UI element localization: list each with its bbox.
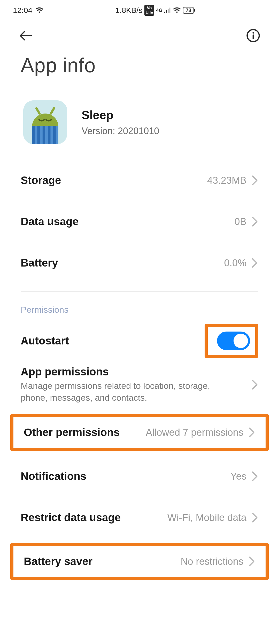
row-battery-saver-value: No restrictions xyxy=(181,556,243,567)
row-restrict-data-value: Wi-Fi, Mobile data xyxy=(167,512,246,523)
status-time: 12:04 xyxy=(13,6,32,15)
chevron-right-icon xyxy=(251,258,258,268)
row-app-permissions-sub: Manage permissions related to location, … xyxy=(21,380,227,404)
chevron-right-icon xyxy=(251,380,258,390)
svg-rect-15 xyxy=(50,126,53,144)
svg-point-6 xyxy=(252,32,254,34)
section-permissions-label: Permissions xyxy=(21,305,258,321)
row-autostart[interactable]: Autostart xyxy=(21,321,258,360)
row-other-permissions[interactable]: Other permissions Allowed 7 permissions xyxy=(24,417,255,448)
app-version: Version: 20201010 xyxy=(82,126,159,136)
chevron-right-icon xyxy=(248,556,255,567)
row-data-usage[interactable]: Data usage 0B xyxy=(21,201,258,242)
row-notifications[interactable]: Notifications Yes xyxy=(21,456,258,497)
app-header: Sleep Version: 20201010 xyxy=(0,93,279,160)
back-button[interactable] xyxy=(19,28,33,44)
app-name: Sleep xyxy=(82,108,159,122)
row-app-permissions-label: App permissions xyxy=(21,366,227,378)
battery-icon: 73 xyxy=(183,7,194,14)
highlight-battery-saver: Battery saver No restrictions xyxy=(10,543,269,580)
svg-rect-16 xyxy=(56,126,58,144)
svg-rect-12 xyxy=(35,126,37,144)
info-icon[interactable] xyxy=(246,28,260,44)
row-battery-label: Battery xyxy=(21,257,58,269)
highlight-autostart-toggle xyxy=(205,324,258,358)
network-4g-icon: 4G xyxy=(156,8,162,13)
chevron-right-icon xyxy=(251,175,258,186)
row-storage[interactable]: Storage 43.23MB xyxy=(21,160,258,201)
row-restrict-data[interactable]: Restrict data usage Wi-Fi, Mobile data xyxy=(21,497,258,538)
row-app-permissions[interactable]: App permissions Manage permissions relat… xyxy=(21,360,258,409)
svg-rect-2 xyxy=(168,9,169,13)
row-autostart-label: Autostart xyxy=(21,335,69,347)
row-storage-label: Storage xyxy=(21,174,61,187)
volte-icon: VoLTE xyxy=(144,5,154,16)
signal-icon xyxy=(164,7,171,13)
row-notifications-label: Notifications xyxy=(21,470,86,482)
row-battery-saver[interactable]: Battery saver No restrictions xyxy=(24,546,255,577)
svg-rect-13 xyxy=(40,126,43,144)
status-bar: 12:04 1.8KB/s VoLTE 4G 73 xyxy=(0,0,279,21)
wifi-icon xyxy=(35,7,43,13)
row-battery[interactable]: Battery 0.0% xyxy=(21,242,258,284)
autostart-toggle[interactable] xyxy=(217,332,250,350)
divider xyxy=(21,291,258,292)
row-storage-value: 43.23MB xyxy=(207,175,246,186)
wifi-icon-2 xyxy=(173,7,181,13)
chevron-right-icon xyxy=(248,427,255,438)
row-data-usage-value: 0B xyxy=(235,216,246,227)
svg-rect-0 xyxy=(164,12,165,13)
row-battery-value: 0.0% xyxy=(224,257,246,269)
svg-rect-14 xyxy=(45,126,48,144)
row-battery-saver-label: Battery saver xyxy=(24,555,92,568)
chevron-right-icon xyxy=(251,216,258,227)
chevron-right-icon xyxy=(251,512,258,523)
row-data-usage-label: Data usage xyxy=(21,215,79,228)
svg-rect-1 xyxy=(166,10,167,13)
row-other-permissions-label: Other permissions xyxy=(24,426,120,439)
app-icon xyxy=(23,100,67,144)
svg-rect-3 xyxy=(169,8,171,13)
highlight-other-permissions: Other permissions Allowed 7 permissions xyxy=(10,414,269,451)
chevron-right-icon xyxy=(251,471,258,481)
row-other-permissions-value: Allowed 7 permissions xyxy=(146,427,243,438)
status-speed: 1.8KB/s xyxy=(115,6,142,15)
toolbar xyxy=(0,21,279,52)
page-title: App info xyxy=(0,52,279,93)
row-restrict-data-label: Restrict data usage xyxy=(21,511,121,524)
row-notifications-value: Yes xyxy=(230,471,246,482)
